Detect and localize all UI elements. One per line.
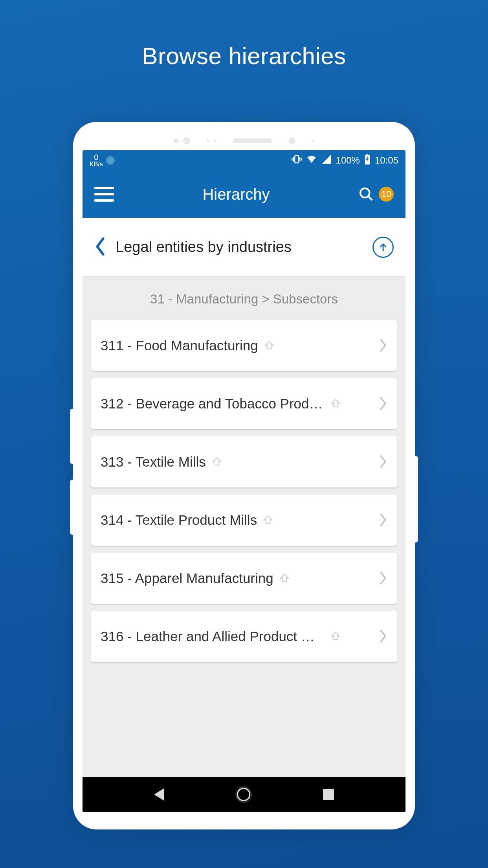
screen-title: Hierarchy	[114, 186, 358, 203]
chevron-right-icon	[379, 338, 387, 353]
list-item-label: 315 - Apparel Manufacturing	[101, 570, 273, 586]
list-item[interactable]: 316 - Leather and Allied Product Ma...	[91, 611, 397, 662]
status-dot-icon	[106, 156, 115, 165]
share-icon[interactable]	[262, 514, 274, 526]
chevron-right-icon	[379, 396, 387, 411]
list-item-label: 312 - Beverage and Tobacco Produc...	[101, 396, 325, 412]
share-icon[interactable]	[211, 456, 223, 468]
back-button[interactable]	[94, 237, 106, 258]
chevron-right-icon	[379, 513, 387, 528]
chevron-right-icon	[379, 571, 387, 586]
vibrate-icon	[291, 154, 302, 167]
phone-frame: 0 KB/s 100% 10:05	[73, 122, 415, 829]
share-icon[interactable]	[329, 397, 342, 410]
chevron-right-icon	[379, 454, 387, 469]
nav-back-button[interactable]	[154, 788, 164, 801]
list-item-label: 311 - Food Manufacturing	[101, 338, 258, 353]
notification-badge[interactable]: 10	[379, 187, 394, 202]
hierarchy-name: Legal entities by industries	[116, 239, 363, 256]
svg-rect-0	[295, 156, 298, 163]
volume-up-button[interactable]	[70, 409, 74, 464]
list-item[interactable]: 314 - Textile Product Mills	[91, 495, 397, 546]
sub-header: Legal entities by industries	[83, 218, 405, 277]
share-icon[interactable]	[278, 572, 291, 585]
search-button[interactable]	[358, 186, 374, 202]
phone-screen: 0 KB/s 100% 10:05	[83, 150, 405, 812]
share-icon[interactable]	[329, 630, 342, 643]
share-icon[interactable]	[263, 339, 275, 352]
network-speed-indicator: 0 KB/s	[90, 153, 103, 167]
volume-down-button[interactable]	[70, 480, 74, 535]
android-nav-bar	[83, 777, 405, 812]
battery-charging-icon	[364, 154, 371, 167]
list-item[interactable]: 313 - Textile Mills	[91, 436, 397, 487]
status-time: 10:05	[375, 155, 398, 166]
phone-notch	[83, 131, 405, 150]
battery-level: 100%	[336, 155, 360, 166]
list-item-label: 316 - Leather and Allied Product Ma...	[101, 629, 325, 644]
list-item-label: 314 - Textile Product Mills	[101, 512, 257, 528]
list-item[interactable]: 312 - Beverage and Tobacco Produc...	[91, 378, 397, 429]
breadcrumb: 31 - Manufacturing > Subsectors	[83, 277, 405, 320]
page-heading: Browse hierarchies	[0, 0, 488, 70]
power-button[interactable]	[414, 456, 418, 542]
app-bar: Hierarchy 10	[83, 171, 405, 218]
list-item[interactable]: 311 - Food Manufacturing	[91, 320, 397, 371]
go-up-button[interactable]	[372, 237, 394, 258]
list-item-label: 313 - Textile Mills	[101, 454, 206, 470]
nav-home-button[interactable]	[237, 788, 250, 801]
signal-icon	[321, 154, 332, 167]
menu-button[interactable]	[94, 184, 114, 204]
svg-point-3	[360, 188, 369, 197]
svg-rect-2	[367, 154, 369, 155]
chevron-right-icon	[379, 629, 387, 644]
hierarchy-list: 311 - Food Manufacturing 312 - Beverage …	[83, 320, 405, 662]
list-item[interactable]: 315 - Apparel Manufacturing	[91, 553, 397, 604]
wifi-icon	[306, 154, 317, 167]
nav-recent-button[interactable]	[323, 789, 334, 800]
status-bar: 0 KB/s 100% 10:05	[83, 150, 405, 171]
